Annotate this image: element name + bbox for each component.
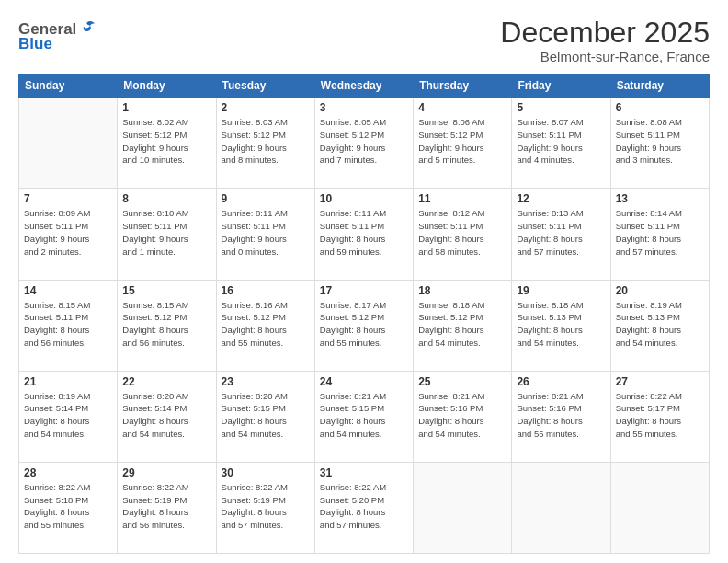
- day-number: 12: [517, 192, 605, 205]
- day-info: Sunrise: 8:05 AMSunset: 5:12 PMDaylight:…: [320, 116, 408, 167]
- calendar-cell: 17Sunrise: 8:17 AMSunset: 5:12 PMDayligh…: [314, 280, 413, 371]
- calendar-table: SundayMondayTuesdayWednesdayThursdayFrid…: [18, 74, 710, 554]
- day-info: Sunrise: 8:07 AMSunset: 5:11 PMDaylight:…: [517, 116, 605, 167]
- day-info: Sunrise: 8:21 AMSunset: 5:16 PMDaylight:…: [517, 390, 605, 441]
- calendar-cell: 11Sunrise: 8:12 AMSunset: 5:11 PMDayligh…: [414, 189, 512, 280]
- day-number: 24: [320, 375, 408, 388]
- calendar-cell: 26Sunrise: 8:21 AMSunset: 5:16 PMDayligh…: [512, 371, 610, 462]
- calendar-header-row: SundayMondayTuesdayWednesdayThursdayFrid…: [19, 75, 710, 98]
- day-info: Sunrise: 8:11 AMSunset: 5:11 PMDaylight:…: [222, 207, 310, 258]
- day-number: 2: [222, 101, 310, 114]
- calendar-week-row: 1Sunrise: 8:02 AMSunset: 5:12 PMDaylight…: [19, 98, 710, 189]
- day-number: 22: [122, 375, 210, 388]
- day-number: 23: [222, 375, 310, 388]
- calendar-cell: [414, 462, 512, 553]
- calendar-weekday-thursday: Thursday: [414, 75, 512, 98]
- page: General Blue December 2025 Belmont-sur-R…: [0, 0, 728, 563]
- calendar-cell: 29Sunrise: 8:22 AMSunset: 5:19 PMDayligh…: [118, 462, 216, 553]
- day-info: Sunrise: 8:15 AMSunset: 5:11 PMDaylight:…: [24, 299, 112, 350]
- calendar-weekday-saturday: Saturday: [610, 75, 709, 98]
- calendar-cell: 30Sunrise: 8:22 AMSunset: 5:19 PMDayligh…: [216, 462, 314, 553]
- day-number: 11: [418, 192, 506, 205]
- day-info: Sunrise: 8:19 AMSunset: 5:14 PMDaylight:…: [24, 390, 112, 441]
- calendar-cell: 20Sunrise: 8:19 AMSunset: 5:13 PMDayligh…: [610, 280, 709, 371]
- calendar-cell: 24Sunrise: 8:21 AMSunset: 5:15 PMDayligh…: [314, 371, 413, 462]
- calendar-cell: 23Sunrise: 8:20 AMSunset: 5:15 PMDayligh…: [216, 371, 314, 462]
- day-number: 14: [24, 284, 112, 297]
- calendar-cell: 19Sunrise: 8:18 AMSunset: 5:13 PMDayligh…: [512, 280, 610, 371]
- logo: General Blue: [18, 20, 97, 53]
- calendar-cell: 3Sunrise: 8:05 AMSunset: 5:12 PMDaylight…: [314, 98, 413, 189]
- day-number: 30: [222, 466, 310, 479]
- logo-blue-text: Blue: [18, 35, 52, 53]
- day-info: Sunrise: 8:21 AMSunset: 5:16 PMDaylight:…: [418, 390, 506, 441]
- day-number: 29: [122, 466, 210, 479]
- calendar-weekday-monday: Monday: [118, 75, 216, 98]
- calendar-week-row: 21Sunrise: 8:19 AMSunset: 5:14 PMDayligh…: [19, 371, 710, 462]
- day-number: 31: [320, 466, 408, 479]
- calendar-cell: 31Sunrise: 8:22 AMSunset: 5:20 PMDayligh…: [314, 462, 413, 553]
- day-number: 16: [222, 284, 310, 297]
- header: General Blue December 2025 Belmont-sur-R…: [18, 17, 710, 64]
- page-title: December 2025: [500, 17, 710, 49]
- day-info: Sunrise: 8:21 AMSunset: 5:15 PMDaylight:…: [320, 390, 408, 441]
- calendar-cell: [512, 462, 610, 553]
- calendar-cell: 4Sunrise: 8:06 AMSunset: 5:12 PMDaylight…: [414, 98, 512, 189]
- day-number: 17: [320, 284, 408, 297]
- page-subtitle: Belmont-sur-Rance, France: [500, 49, 710, 64]
- day-info: Sunrise: 8:22 AMSunset: 5:19 PMDaylight:…: [122, 481, 210, 532]
- title-block: December 2025 Belmont-sur-Rance, France: [500, 17, 710, 64]
- calendar-cell: 12Sunrise: 8:13 AMSunset: 5:11 PMDayligh…: [512, 189, 610, 280]
- day-number: 10: [320, 192, 408, 205]
- day-number: 7: [24, 192, 112, 205]
- day-number: 9: [222, 192, 310, 205]
- day-info: Sunrise: 8:10 AMSunset: 5:11 PMDaylight:…: [122, 207, 210, 258]
- day-number: 25: [418, 375, 506, 388]
- day-number: 20: [616, 284, 704, 297]
- day-number: 15: [122, 284, 210, 297]
- day-info: Sunrise: 8:18 AMSunset: 5:12 PMDaylight:…: [418, 299, 506, 350]
- day-number: 28: [24, 466, 112, 479]
- calendar-cell: 18Sunrise: 8:18 AMSunset: 5:12 PMDayligh…: [414, 280, 512, 371]
- calendar-cell: 16Sunrise: 8:16 AMSunset: 5:12 PMDayligh…: [216, 280, 314, 371]
- calendar-cell: 25Sunrise: 8:21 AMSunset: 5:16 PMDayligh…: [414, 371, 512, 462]
- calendar-cell: 7Sunrise: 8:09 AMSunset: 5:11 PMDaylight…: [19, 189, 118, 280]
- day-info: Sunrise: 8:19 AMSunset: 5:13 PMDaylight:…: [616, 299, 704, 350]
- day-info: Sunrise: 8:08 AMSunset: 5:11 PMDaylight:…: [616, 116, 704, 167]
- day-info: Sunrise: 8:03 AMSunset: 5:12 PMDaylight:…: [222, 116, 310, 167]
- calendar-cell: 28Sunrise: 8:22 AMSunset: 5:18 PMDayligh…: [19, 462, 118, 553]
- calendar-week-row: 28Sunrise: 8:22 AMSunset: 5:18 PMDayligh…: [19, 462, 710, 553]
- calendar-cell: 27Sunrise: 8:22 AMSunset: 5:17 PMDayligh…: [610, 371, 709, 462]
- day-info: Sunrise: 8:15 AMSunset: 5:12 PMDaylight:…: [122, 299, 210, 350]
- calendar-week-row: 7Sunrise: 8:09 AMSunset: 5:11 PMDaylight…: [19, 189, 710, 280]
- day-number: 13: [616, 192, 704, 205]
- calendar-weekday-wednesday: Wednesday: [314, 75, 413, 98]
- day-info: Sunrise: 8:22 AMSunset: 5:19 PMDaylight:…: [222, 481, 310, 532]
- calendar-cell: 1Sunrise: 8:02 AMSunset: 5:12 PMDaylight…: [118, 98, 216, 189]
- day-number: 8: [122, 192, 210, 205]
- day-info: Sunrise: 8:14 AMSunset: 5:11 PMDaylight:…: [616, 207, 704, 258]
- calendar-weekday-tuesday: Tuesday: [216, 75, 314, 98]
- calendar-cell: 10Sunrise: 8:11 AMSunset: 5:11 PMDayligh…: [314, 189, 413, 280]
- calendar-cell: 13Sunrise: 8:14 AMSunset: 5:11 PMDayligh…: [610, 189, 709, 280]
- day-info: Sunrise: 8:13 AMSunset: 5:11 PMDaylight:…: [517, 207, 605, 258]
- day-info: Sunrise: 8:20 AMSunset: 5:14 PMDaylight:…: [122, 390, 210, 441]
- day-number: 26: [517, 375, 605, 388]
- day-info: Sunrise: 8:22 AMSunset: 5:17 PMDaylight:…: [616, 390, 704, 441]
- calendar-cell: 2Sunrise: 8:03 AMSunset: 5:12 PMDaylight…: [216, 98, 314, 189]
- day-info: Sunrise: 8:09 AMSunset: 5:11 PMDaylight:…: [24, 207, 112, 258]
- calendar-cell: 14Sunrise: 8:15 AMSunset: 5:11 PMDayligh…: [19, 280, 118, 371]
- day-info: Sunrise: 8:18 AMSunset: 5:13 PMDaylight:…: [517, 299, 605, 350]
- calendar-cell: 22Sunrise: 8:20 AMSunset: 5:14 PMDayligh…: [118, 371, 216, 462]
- day-number: 6: [616, 101, 704, 114]
- calendar-week-row: 14Sunrise: 8:15 AMSunset: 5:11 PMDayligh…: [19, 280, 710, 371]
- day-info: Sunrise: 8:17 AMSunset: 5:12 PMDaylight:…: [320, 299, 408, 350]
- calendar-cell: 6Sunrise: 8:08 AMSunset: 5:11 PMDaylight…: [610, 98, 709, 189]
- calendar-cell: 21Sunrise: 8:19 AMSunset: 5:14 PMDayligh…: [19, 371, 118, 462]
- calendar-weekday-friday: Friday: [512, 75, 610, 98]
- day-number: 4: [418, 101, 506, 114]
- calendar-weekday-sunday: Sunday: [19, 75, 118, 98]
- day-info: Sunrise: 8:12 AMSunset: 5:11 PMDaylight:…: [418, 207, 506, 258]
- day-number: 1: [122, 101, 210, 114]
- calendar-cell: [19, 98, 118, 189]
